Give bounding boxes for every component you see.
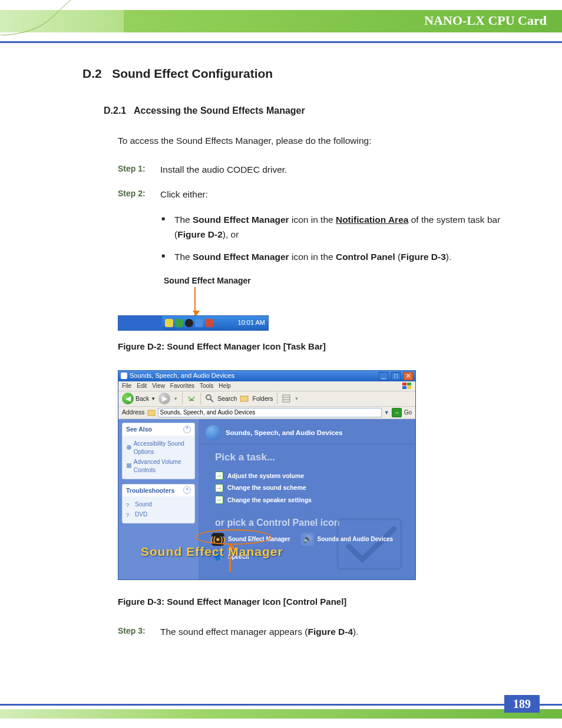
step-label: Step 1: [118,163,150,175]
section-heading: D.2 Sound Effect Configuration [82,65,527,82]
subsection-heading: D.2.1 Accessing the Sound Effects Manage… [104,104,527,117]
task-list: →Adjust the system volume →Change the so… [199,467,415,512]
figure-caption: Figure D-3: Sound Effect Manager Icon [C… [118,595,527,608]
svg-line-5 [210,399,213,402]
address-input[interactable] [158,408,382,417]
address-dropdown-icon[interactable]: ▼ [384,409,389,417]
tray-icon [175,319,183,327]
views-icon[interactable] [282,394,291,403]
forward-button[interactable]: ▶ [158,393,170,404]
task-item[interactable]: →Adjust the system volume [215,472,415,480]
main-heading-row: Sounds, Speech, and Audio Devices [199,425,415,444]
toolbar-sep [200,393,201,404]
address-icon [147,409,156,417]
arrow-down-icon [194,287,196,315]
subsection-number: D.2.1 [104,106,126,116]
go-button[interactable]: → [392,408,402,417]
up-icon[interactable] [187,394,196,403]
separator-bottom [0,704,562,706]
go-label: Go [404,409,412,417]
page-content: D.2 Sound Effect Configuration D.2.1 Acc… [82,65,527,650]
svg-rect-6 [240,396,248,401]
minimize-button[interactable]: _ [379,372,388,380]
task-arrow-icon: → [215,484,223,492]
svg-rect-7 [283,395,290,402]
back-button[interactable]: ◀ Back ▼ [122,393,156,404]
address-label: Address [122,408,145,417]
category-icon [206,425,221,440]
panel-title: See Also [126,425,152,434]
step-1: Step 1: Install the audio CODEC driver. [118,163,527,176]
header-band: NANO-LX CPU Card [0,10,562,32]
taskbar-left [118,316,162,330]
step-body: Install the audio CODEC driver. [160,163,527,176]
toolbar-sep [182,393,183,404]
system-tray: 10:01 AM [162,316,268,330]
forward-menu-icon[interactable]: ▼ [173,396,178,402]
svg-point-11 [127,445,131,450]
step-body: The sound effect manager appears (Figure… [160,625,527,638]
audio-device-icon: 🔊 [301,533,314,546]
figure-d2: Sound Effect Manager 10:01 AM [118,275,269,331]
intro-text: To access the Sound Effects Manager, ple… [118,134,527,147]
sound-effect-manager-tray-icon [185,319,193,327]
task-arrow-icon: → [215,472,223,480]
section-number: D.2 [82,67,102,80]
panel-title: Troubleshooters [126,486,174,495]
troubleshooters-panel: Troubleshooters⌃ ?Sound ?DVD [122,484,195,524]
tray-icon [195,319,203,327]
window-titlebar: Sounds, Speech, and Audio Devices _ □ ✕ [118,371,415,381]
task-item[interactable]: →Change the sound scheme [215,483,415,492]
menu-file[interactable]: File [122,382,131,390]
search-button[interactable]: Search [217,394,237,403]
step-body: Click either: [160,188,527,201]
section-title: Sound Effect Configuration [112,67,273,80]
see-also-item[interactable]: Advanced Volume Controls [126,458,191,475]
window-icon [121,373,127,379]
sounds-audio-devices-cp-icon[interactable]: 🔊 Sounds and Audio Devices [301,533,394,546]
menu-edit[interactable]: Edit [137,382,147,390]
cp-icon-grid: ((●)) Sound Effect Manager 🔊 Sounds and … [199,533,415,564]
svg-rect-12 [127,463,131,468]
callout-label: Sound Effect Manager [164,275,269,287]
svg-point-4 [206,395,211,400]
task-arrow-icon: → [215,496,223,504]
collapse-icon[interactable]: ⌃ [183,426,191,433]
menu-bar: File Edit View Favorites Tools Help [118,381,415,391]
troubleshooter-item[interactable]: ?Sound [126,500,191,509]
separator-top [0,41,562,43]
back-icon: ◀ [122,393,134,404]
bullet-list: The Sound Effect Manager icon in the Not… [161,213,527,265]
step-label: Step 2: [118,188,150,200]
window-title: Sounds, Speech, and Audio Devices [130,371,376,380]
bullet-item: The Sound Effect Manager icon in the Con… [161,250,527,265]
troubleshooter-item[interactable]: ?DVD [126,510,191,519]
main-pane: Sounds, Speech, and Audio Devices Pick a… [199,419,415,579]
menu-help[interactable]: Help [219,382,231,390]
windows-flag-icon [402,383,412,390]
search-icon [205,394,214,403]
subsection-title: Accessing the Sound Effects Manager [134,106,305,116]
menu-view[interactable]: View [152,382,165,390]
tray-clock: 10:01 AM [238,318,265,327]
toolbar-sep [277,393,277,404]
address-bar: Address ▼ → Go [118,407,415,419]
task-item[interactable]: →Change the speaker settings [215,496,415,505]
svg-rect-0 [402,383,406,386]
main-heading: Sounds, Speech, and Audio Devices [226,428,342,437]
tray-icon [165,319,173,327]
folders-icon [240,394,249,403]
maximize-button[interactable]: □ [391,372,401,380]
folders-button[interactable]: Folders [252,394,273,403]
window-body: See Also⌃ Accessibility Sound Options Ad… [118,419,415,579]
close-button[interactable]: ✕ [404,372,413,380]
see-also-item[interactable]: Accessibility Sound Options [126,440,191,456]
step-2: Step 2: Click either: [118,188,527,201]
bullet-item: The Sound Effect Manager icon in the Not… [161,213,527,242]
menu-tools[interactable]: Tools [200,382,213,390]
tray-icon [205,319,213,327]
footer-band [0,709,562,719]
see-also-panel: See Also⌃ Accessibility Sound Options Ad… [122,423,195,479]
menu-favorites[interactable]: Favorites [170,382,194,390]
collapse-icon[interactable]: ⌃ [183,486,191,494]
